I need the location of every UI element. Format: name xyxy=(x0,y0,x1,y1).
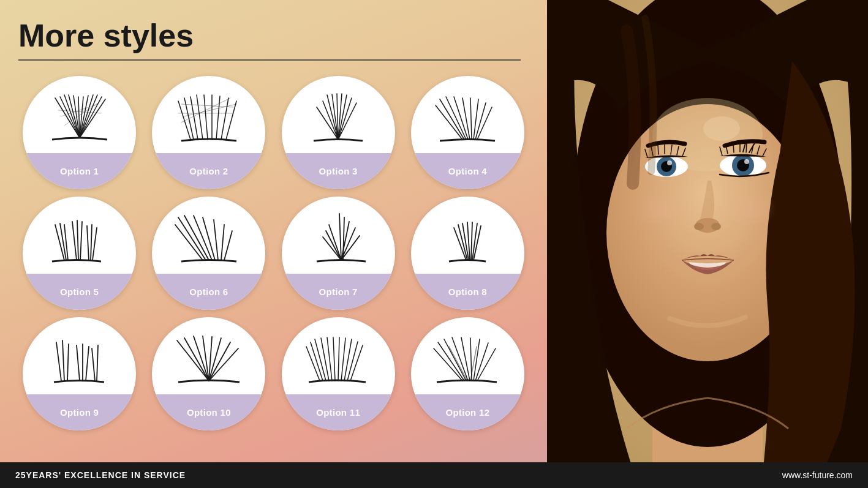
option-2-label: Option 2 xyxy=(152,153,265,189)
svg-line-111 xyxy=(475,343,488,381)
option-9-circle: Option 9 xyxy=(23,317,136,430)
svg-line-83 xyxy=(86,347,89,381)
svg-line-101 xyxy=(344,339,352,381)
svg-line-100 xyxy=(341,338,345,381)
option-6-label: Option 6 xyxy=(152,274,265,310)
svg-line-17 xyxy=(191,97,198,140)
option-9[interactable]: Option 9 xyxy=(18,317,140,430)
option-8-circle: Option 8 xyxy=(411,197,524,310)
svg-line-98 xyxy=(333,337,335,381)
option-6[interactable]: Option 6 xyxy=(148,197,270,310)
lash-icon-9 xyxy=(43,333,116,388)
svg-line-85 xyxy=(97,345,98,381)
option-1-label: Option 1 xyxy=(23,153,136,189)
title-divider xyxy=(18,59,521,61)
svg-line-41 xyxy=(470,98,472,140)
option-1[interactable]: Option 1 xyxy=(18,76,140,189)
options-grid: Option 1 xyxy=(18,73,529,434)
footer-bar: 25YEARS' EXCELLENCE IN SERVICE www.st-fu… xyxy=(0,462,868,488)
svg-point-153 xyxy=(703,116,740,141)
svg-point-150 xyxy=(722,190,777,227)
option-8-label: Option 8 xyxy=(411,274,524,310)
svg-line-18 xyxy=(197,95,203,140)
option-6-circle: Option 6 xyxy=(152,197,265,310)
lash-icon-4 xyxy=(431,92,504,147)
svg-point-149 xyxy=(711,223,721,230)
lash-icon-5 xyxy=(43,212,116,268)
option-2[interactable]: Option 2 xyxy=(148,76,270,189)
svg-point-148 xyxy=(694,223,704,230)
option-4[interactable]: Option 4 xyxy=(407,76,529,189)
page-title: More styles xyxy=(18,18,529,53)
svg-line-44 xyxy=(477,107,492,140)
option-7-circle: Option 7 xyxy=(282,197,395,310)
svg-line-78 xyxy=(56,342,61,381)
option-2-circle: Option 2 xyxy=(152,76,265,189)
option-11-circle: Option 11 xyxy=(282,317,395,430)
svg-line-81 xyxy=(77,345,80,381)
svg-line-80 xyxy=(67,344,69,381)
option-3[interactable]: Option 3 xyxy=(277,76,399,189)
svg-point-129 xyxy=(667,160,672,165)
svg-line-49 xyxy=(72,222,77,260)
page-wrapper: More styles xyxy=(0,0,868,488)
svg-line-105 xyxy=(438,342,464,381)
option-11[interactable]: Option 11 xyxy=(277,317,399,430)
lash-icon-8 xyxy=(431,212,504,268)
svg-line-99 xyxy=(338,337,339,381)
option-12-label: Option 12 xyxy=(411,394,524,430)
svg-line-112 xyxy=(477,348,496,381)
option-3-label: Option 3 xyxy=(282,153,395,189)
lash-icon-11 xyxy=(301,333,375,388)
lash-icon-2 xyxy=(172,92,246,147)
svg-line-63 xyxy=(339,214,341,260)
option-10[interactable]: Option 10 xyxy=(148,317,270,430)
svg-line-65 xyxy=(329,225,341,260)
svg-line-21 xyxy=(216,96,220,140)
svg-line-37 xyxy=(440,99,464,140)
option-8[interactable]: Option 8 xyxy=(407,197,529,310)
option-1-circle: Option 1 xyxy=(23,76,136,189)
option-7-label: Option 7 xyxy=(282,274,395,310)
woman-illustration xyxy=(547,0,868,488)
option-7[interactable]: Option 7 xyxy=(277,197,399,310)
option-12[interactable]: Option 12 xyxy=(407,317,529,430)
lash-icon-10 xyxy=(172,333,246,388)
option-3-circle: Option 3 xyxy=(282,76,395,189)
option-5-label: Option 5 xyxy=(23,274,136,310)
svg-line-84 xyxy=(92,348,95,381)
svg-line-55 xyxy=(178,217,206,260)
left-panel: More styles xyxy=(0,0,547,488)
svg-line-52 xyxy=(87,226,89,260)
svg-line-51 xyxy=(80,222,82,260)
footer-website: www.st-future.com xyxy=(782,470,853,480)
option-5[interactable]: Option 5 xyxy=(18,197,140,310)
svg-line-53 xyxy=(91,225,92,260)
svg-point-151 xyxy=(633,191,688,228)
lash-icon-12 xyxy=(431,333,504,388)
svg-line-66 xyxy=(326,231,341,260)
option-4-circle: Option 4 xyxy=(411,76,524,189)
option-12-circle: Option 12 xyxy=(411,317,524,430)
option-11-label: Option 11 xyxy=(282,394,395,430)
lash-icon-1 xyxy=(43,92,116,147)
svg-line-67 xyxy=(323,237,341,260)
svg-line-92 xyxy=(209,342,230,381)
svg-line-50 xyxy=(77,220,78,260)
lash-icon-3 xyxy=(301,92,375,147)
svg-line-60 xyxy=(221,225,224,260)
svg-line-142 xyxy=(658,145,659,154)
lash-icon-6 xyxy=(172,212,246,268)
option-4-label: Option 4 xyxy=(411,153,524,189)
svg-line-134 xyxy=(746,143,747,152)
svg-line-79 xyxy=(62,340,64,381)
option-10-label: Option 10 xyxy=(152,394,265,430)
svg-point-125 xyxy=(744,159,749,164)
option-10-circle: Option 10 xyxy=(152,317,265,430)
right-panel xyxy=(547,0,868,488)
svg-line-42 xyxy=(474,99,478,140)
lash-icon-7 xyxy=(301,212,375,268)
svg-line-59 xyxy=(214,220,218,260)
footer-tagline: 25YEARS' EXCELLENCE IN SERVICE xyxy=(15,470,186,480)
svg-line-74 xyxy=(471,222,472,260)
